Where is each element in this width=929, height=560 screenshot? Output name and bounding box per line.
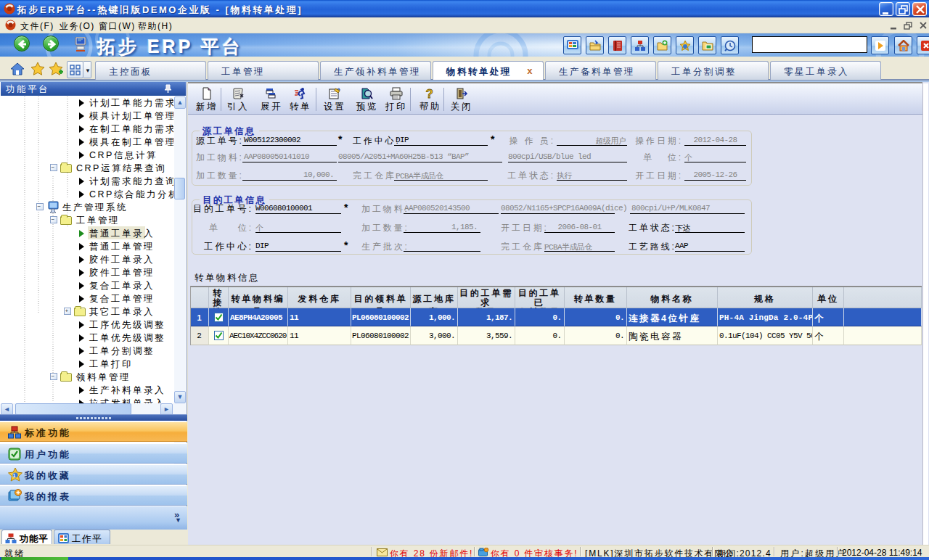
svg-text:1: 1	[13, 473, 18, 478]
svg-text:?: ?	[426, 87, 435, 100]
